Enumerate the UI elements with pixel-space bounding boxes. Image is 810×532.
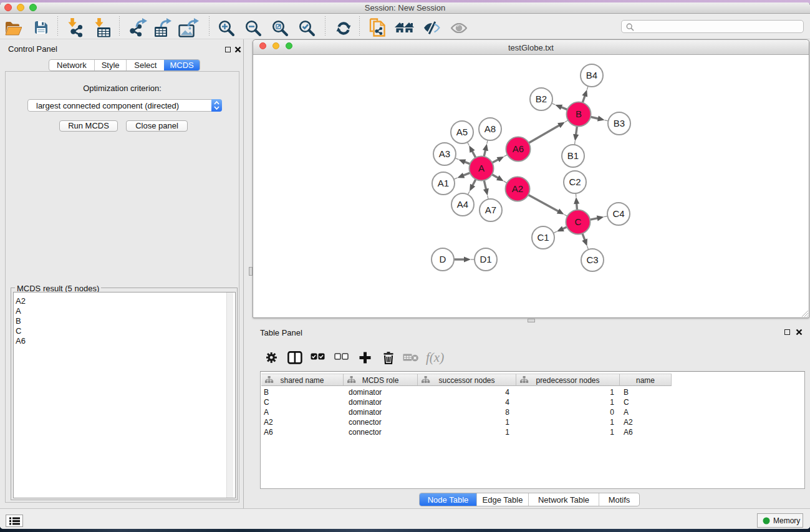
svg-text:A: A	[478, 163, 485, 173]
svg-text:D1: D1	[480, 254, 491, 264]
svg-text:B2: B2	[536, 94, 547, 104]
svg-text:C3: C3	[586, 254, 598, 265]
svg-text:B4: B4	[586, 70, 597, 80]
svg-text:D: D	[440, 254, 446, 264]
svg-text:C: C	[575, 216, 582, 227]
svg-text:A6: A6	[513, 143, 524, 154]
svg-text:B3: B3	[614, 118, 625, 128]
svg-text:B: B	[576, 109, 582, 119]
svg-text:A1: A1	[438, 178, 449, 188]
svg-text:C1: C1	[537, 232, 549, 243]
svg-text:C2: C2	[569, 177, 581, 187]
svg-text:C4: C4	[612, 208, 624, 219]
svg-text:A7: A7	[485, 205, 496, 215]
svg-text:A5: A5	[456, 127, 468, 137]
svg-text:A4: A4	[457, 199, 468, 210]
svg-text:B1: B1	[567, 150, 579, 161]
svg-text:A8: A8	[485, 123, 496, 134]
svg-text:A2: A2	[512, 183, 523, 194]
svg-text:A3: A3	[439, 148, 450, 159]
